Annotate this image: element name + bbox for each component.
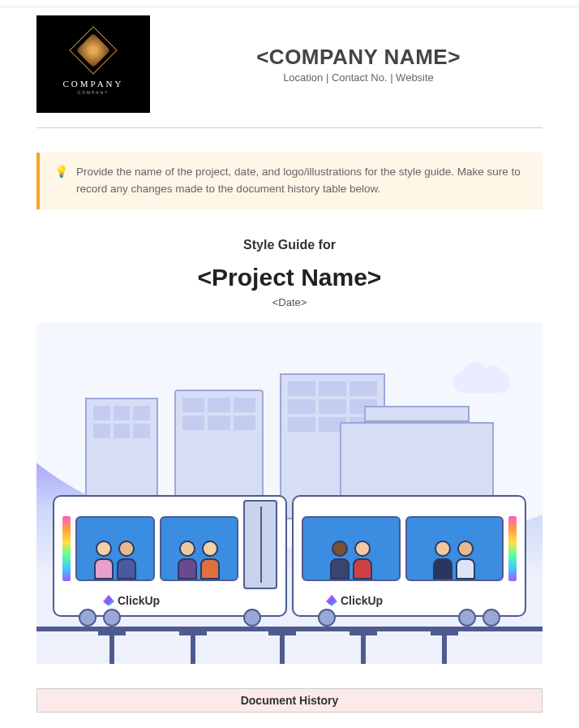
rainbow-stripe-icon	[508, 516, 517, 581]
clickup-brand-label: ClickUp	[326, 594, 383, 607]
company-name[interactable]: <COMPANY NAME>	[174, 45, 543, 70]
pillar-icon	[361, 631, 366, 664]
pillar-icon	[442, 631, 447, 664]
title-block: Style Guide for <Project Name> <Date>	[36, 238, 543, 308]
train-car: ClickUp	[292, 495, 526, 617]
instruction-callout: 💡 Provide the name of the project, date,…	[36, 153, 543, 209]
document-history-header[interactable]: Document History	[36, 688, 543, 713]
logo-diamond-icon	[69, 26, 117, 74]
company-subline[interactable]: Location | Contact No. | Website	[174, 71, 543, 84]
wheel-icon	[243, 609, 261, 627]
clickup-brand-label: ClickUp	[103, 594, 160, 607]
train-car: ClickUp	[53, 495, 287, 617]
train-illustration: ClickUp	[53, 495, 526, 617]
clickup-text: ClickUp	[341, 594, 383, 607]
wheel-icon	[458, 609, 476, 627]
hero-illustration[interactable]: ClickUp	[36, 323, 543, 664]
clickup-icon	[326, 595, 337, 606]
train-window	[405, 516, 504, 581]
document-header: COMPANY COMPANY <COMPANY NAME> Location …	[36, 15, 543, 128]
pillar-icon	[191, 631, 195, 664]
document-page: COMPANY COMPANY <COMPANY NAME> Location …	[0, 6, 579, 728]
callout-text[interactable]: Provide the name of the project, date, a…	[76, 164, 528, 198]
wheel-icon	[79, 609, 96, 627]
wheel-icon	[318, 609, 336, 627]
style-guide-for-label[interactable]: Style Guide for	[36, 238, 543, 252]
header-text-block: <COMPANY NAME> Location | Contact No. | …	[174, 45, 543, 84]
train-window	[75, 516, 155, 581]
train-window	[302, 516, 401, 581]
building-roof-icon	[364, 406, 470, 422]
train-window	[160, 516, 239, 581]
cloud-icon	[453, 372, 510, 393]
project-name[interactable]: <Project Name>	[36, 264, 543, 291]
pillar-icon	[109, 631, 114, 664]
train-door-icon	[243, 500, 277, 589]
company-logo: COMPANY COMPANY	[36, 15, 150, 113]
pillar-icon	[280, 631, 285, 664]
clickup-text: ClickUp	[118, 594, 160, 607]
clickup-icon	[103, 595, 114, 606]
wheel-icon	[103, 609, 121, 627]
wheel-icon	[482, 609, 500, 627]
date-placeholder[interactable]: <Date>	[36, 296, 543, 308]
logo-subtext: COMPANY	[78, 90, 109, 95]
logo-text: COMPANY	[62, 79, 123, 88]
rainbow-stripe-icon	[62, 516, 71, 581]
lightbulb-icon: 💡	[54, 164, 68, 198]
